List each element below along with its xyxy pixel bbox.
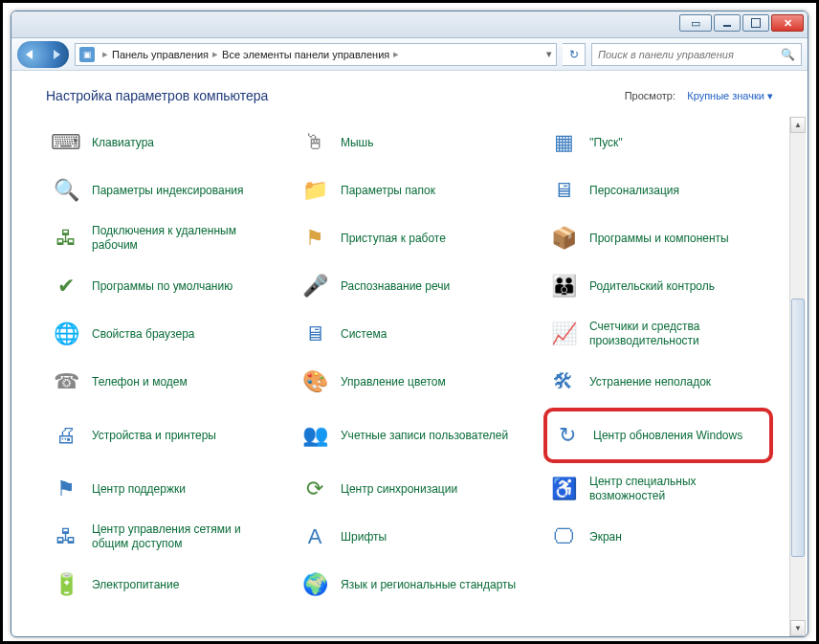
item-icon: 🔍 [50,174,82,207]
item-label: Центр синхронизации [341,482,457,497]
control-panel-item[interactable]: 📦Программы и компоненты [543,216,773,260]
item-label: Параметры папок [341,184,435,198]
control-panel-item[interactable]: ⟳Центр синхронизации [295,467,524,511]
item-icon: 🎨 [299,366,331,398]
search-icon[interactable]: 🔍 [781,48,795,61]
item-label: ''Пуск'' [589,136,623,150]
item-label: Подключения к удаленным рабочим [92,224,272,253]
breadcrumb-segment[interactable]: Все элементы панели управления [222,49,389,60]
item-icon: ↻ [551,419,584,452]
item-label: Параметры индексирования [92,184,243,198]
control-panel-item[interactable]: 📈Счетчики и средства производительности [543,312,773,356]
control-panel-item[interactable]: 🖱Мышь [295,121,524,165]
control-panel-item[interactable]: 🎤Распознавание речи [295,264,524,308]
item-icon: 🖧 [50,222,82,255]
control-panel-item[interactable]: ⌨Клавиатура [46,121,276,165]
item-icon: ⚑ [50,473,82,505]
minimize-button[interactable] [714,14,741,32]
control-panel-item[interactable]: 🖥Система [295,312,524,356]
control-panel-item[interactable]: 🖵Экран [543,515,773,559]
control-panel-item[interactable]: 🔋Электропитание [46,563,276,607]
control-panel-item[interactable]: 🖧Подключения к удаленным рабочим [46,216,276,260]
item-icon: A [299,521,331,553]
item-icon: 🖥 [547,174,580,207]
item-label: Устройства и принтеры [92,429,216,443]
item-icon: 🖵 [547,521,580,553]
item-icon: 📈 [547,318,580,350]
scroll-down-button[interactable]: ▼ [790,620,806,636]
item-label: Шрифты [341,530,387,544]
item-icon: 🖨 [50,419,82,452]
item-label: Центр поддержки [92,482,186,497]
control-panel-item[interactable]: 🖥Персонализация [543,168,773,212]
item-label: Язык и региональные стандарты [341,578,516,592]
item-label: Экран [589,530,622,544]
item-icon: ☎ [50,366,82,398]
control-panel-item[interactable]: 🌍Язык и региональные стандарты [295,563,524,607]
search-input[interactable] [598,49,781,60]
item-label: Клавиатура [92,136,154,150]
item-icon: ⟳ [299,473,331,505]
toolbar-button[interactable] [679,14,712,32]
item-label: Электропитание [92,578,179,592]
control-panel-item[interactable]: 🎨Управление цветом [295,360,524,404]
control-panel-item[interactable]: 🌐Свойства браузера [46,312,276,356]
control-panel-item[interactable]: ↻Центр обновления Windows [547,413,769,457]
control-panel-item[interactable]: ♿Центр специальных возможностей [543,467,773,511]
item-label: Управление цветом [341,375,446,389]
item-icon: 🔋 [50,568,82,601]
control-panel-item[interactable]: ⚑Центр поддержки [46,467,276,511]
control-panel-item[interactable]: AШрифты [295,515,524,559]
breadcrumb-segment[interactable]: Панель управления [112,49,209,60]
view-value-link[interactable]: Крупные значки ▾ [687,90,773,101]
scroll-thumb[interactable] [791,299,805,557]
item-label: Свойства браузера [92,327,195,342]
control-panel-item[interactable]: ▦''Пуск'' [543,121,773,165]
item-label: Мышь [341,136,374,150]
control-panel-item[interactable]: 👥Учетные записи пользователей [295,408,524,463]
item-icon: 📁 [299,174,331,207]
item-icon: 👥 [299,419,331,452]
control-panel-item[interactable]: 🛠Устранение неполадок [543,360,773,404]
nav-row: ▣ ▸ Панель управления ▸ Все элементы пан… [11,38,808,71]
refresh-button[interactable]: ↻ [563,43,586,66]
control-panel-item[interactable]: 🔍Параметры индексирования [46,168,276,212]
breadcrumb[interactable]: ▣ ▸ Панель управления ▸ Все элементы пан… [75,43,557,66]
control-panel-item[interactable]: 📁Параметры папок [295,168,524,212]
control-panel-item[interactable]: ☎Телефон и модем [46,360,276,404]
control-panel-window: ▣ ▸ Панель управления ▸ Все элементы пан… [11,11,808,637]
breadcrumb-dropdown-icon[interactable]: ▾ [546,48,552,60]
item-label: Телефон и модем [92,375,188,389]
control-panel-item[interactable]: 👪Родительский контроль [543,264,773,308]
item-label: Учетные записи пользователей [341,429,508,443]
item-icon: 👪 [547,270,580,302]
item-icon: ⚑ [299,222,331,255]
vertical-scrollbar[interactable]: ▲ ▼ [789,117,806,636]
titlebar [11,11,808,38]
scroll-up-button[interactable]: ▲ [790,117,806,133]
item-icon: ▦ [547,126,580,159]
maximize-button[interactable] [742,14,769,32]
item-label: Счетчики и средства производительности [589,320,769,348]
control-panel-item[interactable]: ✔Программы по умолчанию [46,264,276,308]
search-box[interactable]: 🔍 [591,43,802,66]
item-label: Центр управления сетями и общим доступом [92,522,272,551]
page-title: Настройка параметров компьютера [46,88,268,103]
item-label: Программы по умолчанию [92,279,232,294]
nav-back-forward[interactable] [17,41,69,68]
item-icon: 🌐 [50,318,82,350]
close-button[interactable] [771,14,804,32]
item-icon: 🛠 [547,366,580,398]
item-icon: 🖥 [299,318,331,350]
item-icon: 📦 [547,222,580,255]
item-label: Устранение неполадок [589,375,711,389]
item-label: Родительский контроль [589,279,715,294]
item-icon: 🖱 [299,126,331,159]
control-panel-item[interactable]: ⚑Приступая к работе [295,216,524,260]
control-panel-item[interactable]: 🖧Центр управления сетями и общим доступо… [46,515,276,559]
breadcrumb-root-icon: ▣ [79,47,95,62]
view-picker: Просмотр: Крупные значки ▾ [625,90,773,102]
item-label: Центр обновления Windows [593,429,742,443]
item-label: Персонализация [589,184,679,198]
control-panel-item[interactable]: 🖨Устройства и принтеры [46,408,276,463]
